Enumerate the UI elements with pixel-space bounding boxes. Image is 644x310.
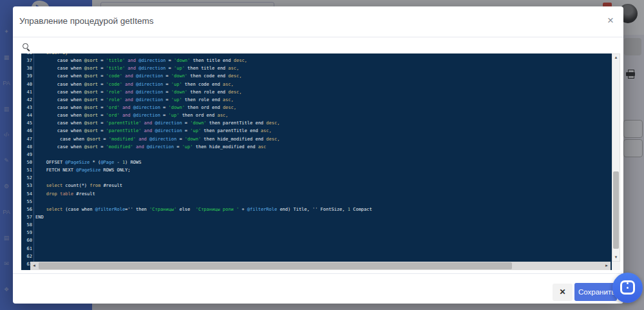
footer-close-button[interactable]: ✕ [553,284,573,301]
scrollbar-corner [612,262,620,270]
scroll-right-arrow-icon[interactable]: ► [603,262,611,270]
save-button[interactable]: Сохранить [574,283,617,301]
line-number: 37 [21,57,34,64]
line-number: 48 [21,143,34,151]
line-number: 57 [21,213,34,221]
sql-code-editor[interactable]: 36 order by37 case when @sort = 'title' … [21,53,620,270]
code-line: 57END [21,213,612,221]
code-line: 59 [21,229,612,237]
code-line: 42 case when @sort = 'role' and @directi… [21,96,612,104]
horizontal-scrollbar[interactable]: ◄ ► [30,262,611,270]
code-line: 55 [21,198,612,206]
line-number: 39 [21,72,34,80]
chat-widget-button[interactable] [612,273,643,303]
line-number: 44 [21,111,34,119]
code-line: 44 case when @sort = 'ord' and @directio… [21,111,612,119]
code-line: 40 case when @sort = 'code' and @directi… [21,81,612,88]
code-line: 39 case when @sort = 'code' and @directi… [21,72,612,80]
code-line: 48 case when @sort = 'modified' and @dir… [21,143,612,151]
code-line: 62 [21,253,612,260]
code-pane[interactable]: 36 order by37 case when @sort = 'title' … [21,53,612,270]
code-line: 43 case when @sort = 'ord' and @directio… [21,104,612,111]
search-icon[interactable] [22,43,31,52]
modal-header: Управление процедурой getItems × [13,6,623,37]
line-number: 58 [21,221,34,229]
code-line: 58 [21,221,612,229]
modal-close-icon[interactable]: × [604,14,617,27]
scroll-left-arrow-icon[interactable]: ◄ [30,262,38,270]
line-number: 46 [21,127,34,135]
modal-title: Управление процедурой getItems [19,16,153,26]
line-number: 47 [21,135,34,143]
code-line: 50 OFFSET @PageSize * (@Page - 1) ROWS [21,159,612,166]
code-line: 47 case when @sort = 'modified' and @dir… [21,135,612,143]
line-number: 60 [21,237,34,244]
code-line: 53 select count(*) from #result [21,182,612,189]
code-line: 41 case when @sort = 'role' and @directi… [21,88,612,96]
line-number: 51 [21,166,34,174]
horizontal-scroll-thumb[interactable] [39,262,512,269]
procedure-modal: Управление процедурой getItems × 36 orde… [13,6,623,304]
modal-footer: ✕ Сохранить [13,273,623,304]
line-number: 38 [21,64,34,72]
line-number: 62 [21,253,34,260]
line-number: 50 [21,159,34,166]
line-number: 52 [21,174,34,182]
code-line: 56 select (case when @filterRole='' then… [21,206,612,213]
code-line: 52 [21,174,612,182]
line-number: 56 [21,206,34,213]
code-lines: 36 order by37 case when @sort = 'title' … [21,53,612,268]
code-line: 46 case when @sort = 'parentTitle' and @… [21,127,612,135]
line-number: 61 [21,245,34,253]
code-line: 60 [21,237,612,244]
scroll-up-arrow-icon[interactable]: ▲ [612,54,620,61]
code-line: 51 FETCH NEXT @PageSize ROWS ONLY; [21,166,612,174]
vertical-scroll-thumb[interactable] [613,171,619,249]
line-number: 53 [21,182,34,189]
code-line: 61 [21,245,612,253]
line-number: 40 [21,81,34,88]
code-line: 54 drop table #result [21,190,612,198]
line-number: 54 [21,190,34,198]
line-number: 49 [21,151,34,159]
line-number: 41 [21,88,34,96]
code-line: 45 case when @sort = 'parentTitle' and @… [21,119,612,127]
code-line: 38 case when @sort = 'title' and @direct… [21,64,612,72]
line-number: 43 [21,104,34,111]
code-line: 37 case when @sort = 'title' and @direct… [21,57,612,64]
line-number: 42 [21,96,34,104]
line-number: 59 [21,229,34,237]
vertical-scrollbar[interactable]: ▲ ▼ [612,53,620,262]
code-line: 49 [21,151,612,159]
line-number: 45 [21,119,34,127]
line-number: 55 [21,198,34,206]
scroll-down-arrow-icon[interactable]: ▼ [612,254,620,261]
